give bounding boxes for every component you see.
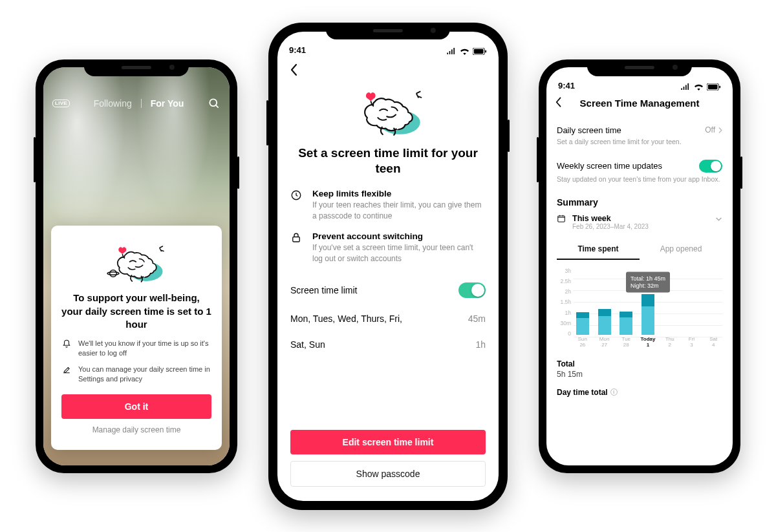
weekdays-label: Mon, Tues, Wed, Thurs, Fri, [290,314,402,324]
chevron-down-icon [715,214,722,223]
feature-switch-title: Prevent account switching [312,231,486,241]
svg-point-3 [210,99,217,106]
tab-time-spent[interactable]: Time spent [557,239,640,260]
total-label: Total [557,359,722,368]
lock-icon [290,231,303,264]
brain-illustration [98,237,175,286]
chart-bar[interactable]: Thu2 [661,335,679,348]
signal-icon [446,48,457,54]
edit-icon [61,365,72,384]
chevron-right-icon [718,127,722,134]
bell-icon [61,339,72,358]
weekend-label: Sat, Sun [290,339,325,350]
tab-following[interactable]: Following [94,98,132,109]
back-icon[interactable] [290,63,298,76]
page-title: Set a screen time limit for your teen [290,145,486,177]
phone-teen-limit: 9:41 [268,23,508,510]
chart-bar[interactable]: Fri3 [683,335,701,348]
weekend-row[interactable]: Sat, Sun 1h [290,332,486,357]
weekly-label: Weekly screen time updates [557,161,662,171]
clock-icon [290,189,303,222]
phone-management: 9:41 Screen Time Management Daily screen… [539,59,740,473]
daily-value: Off [705,125,715,134]
chart-bar[interactable]: Today1Total: 1h 45mNight: 32m [639,294,657,348]
chart-bar[interactable]: Tue28 [617,312,635,348]
info-icon[interactable]: i [610,388,618,396]
svg-rect-14 [708,84,718,89]
chart-tooltip: Total: 1h 45mNight: 32m [626,271,670,293]
weekdays-row[interactable]: Mon, Tues, Wed, Thurs, Fri, 45m [290,306,486,332]
chart-bar[interactable]: Mon27 [596,309,614,348]
battery-icon [473,48,487,55]
live-badge[interactable]: LIVE [52,100,70,107]
feed-top-nav: LIVE Following For You [43,92,230,115]
edit-limit-button[interactable]: Edit screen time limit [290,430,486,454]
time-spent-chart: 3h2.5h2h1.5h1h30m0 Sun26Mon27Tue28Today1… [557,268,722,348]
weekend-value: 1h [475,339,486,350]
page-title: Screen Time Management [580,98,700,109]
svg-rect-12 [293,237,300,242]
week-range: Feb 26, 2023–Mar 4, 2023 [572,223,722,230]
svg-rect-9 [485,50,486,52]
screen-time-limit-row: Screen time limit [290,275,486,306]
brain-illustration [339,81,436,140]
tab-app-opened[interactable]: App opened [640,239,722,260]
weekly-updates-row: Weekly screen time updates [557,153,722,174]
wifi-icon [460,48,469,55]
calendar-icon [557,214,566,223]
daily-sub: Set a daily screen time limit for your t… [557,138,722,145]
tab-for-you[interactable]: For You [151,98,184,109]
status-time: 9:41 [558,81,575,90]
svg-rect-8 [474,48,484,53]
battery-icon [707,83,721,90]
wellbeing-modal: To support your well-being, your daily s… [51,226,222,449]
show-passcode-button[interactable]: Show passcode [290,461,486,487]
search-icon[interactable] [208,97,221,110]
got-it-button[interactable]: Got it [61,394,211,419]
signal-icon [680,83,691,90]
screen-time-toggle[interactable] [458,282,486,298]
screen-time-limit-label: Screen time limit [290,285,357,295]
week-label: This week [572,214,611,223]
summary-heading: Summary [557,197,722,207]
svg-rect-15 [719,85,720,88]
manage-screen-time-button[interactable]: Manage daily screen time [61,419,211,441]
svg-point-5 [110,270,117,277]
phone-wellbeing-modal: 9:41 LIVE Following For You [36,59,237,473]
svg-rect-16 [558,215,565,221]
feature-switch-desc: If you've set a screen time limit, your … [312,242,486,264]
chart-bar[interactable]: Sun26 [574,312,592,347]
modal-bullet-2: You can manage your daily screen time in… [78,365,211,384]
feature-flexible-desc: If your teen reaches their limit, you ca… [312,200,486,222]
svg-point-6 [107,272,119,275]
weekly-toggle[interactable] [699,160,722,173]
back-icon[interactable] [555,96,562,111]
segment-tabs: Time spent App opened [557,239,722,260]
weekdays-value: 45m [468,314,486,324]
total-value: 5h 15m [557,370,722,379]
daytime-label: Day time total [557,388,608,397]
status-time: 9:41 [289,45,306,55]
week-selector[interactable]: This week [557,214,722,223]
modal-title: To support your well-being, your daily s… [61,292,211,331]
daytime-total-row: Day time total i [557,388,722,397]
daily-label: Daily screen time [557,125,621,135]
weekly-sub: Stay updated on your teen's time from yo… [557,175,722,183]
chart-bar[interactable]: Sat4 [704,335,722,348]
feature-flexible-title: Keep limits flexible [312,189,486,198]
modal-bullet-1: We'll let you know if your time is up so… [78,339,211,358]
wifi-icon [694,83,704,90]
daily-screen-time-row[interactable]: Daily screen time Off [557,119,722,136]
